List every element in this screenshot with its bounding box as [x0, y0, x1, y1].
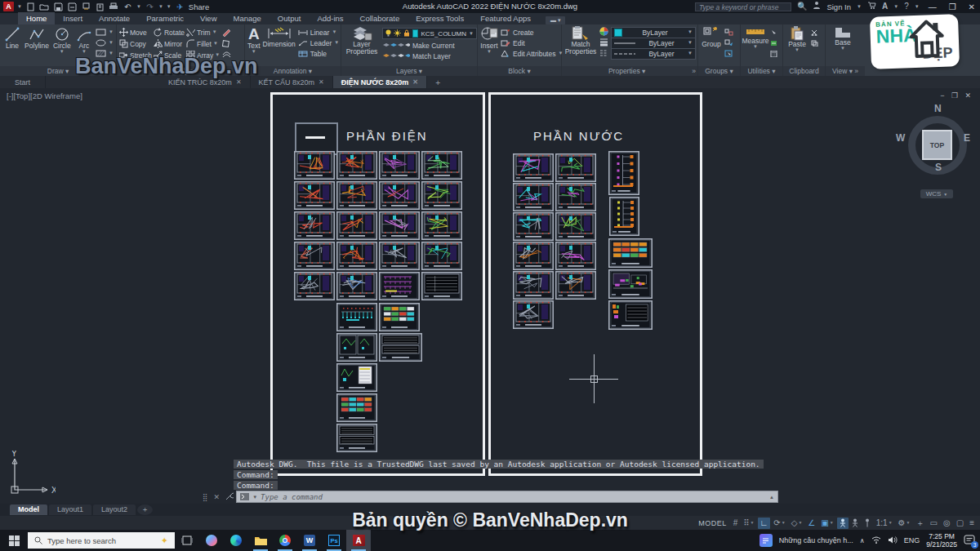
- fillet-tool[interactable]: Fillet▼: [186, 38, 220, 49]
- layer-dropdown-caret-icon[interactable]: ▼: [469, 32, 474, 36]
- tab-layout1[interactable]: Layout1: [49, 504, 91, 515]
- news-widget-text[interactable]: Những câu chuyện h...: [779, 536, 853, 544]
- panel-footer-view[interactable]: View ▾ »: [826, 66, 865, 76]
- panel-footer-groups[interactable]: Groups ▾: [698, 66, 740, 76]
- table-tool[interactable]: Table: [298, 49, 339, 58]
- isodraft-toggle[interactable]: ◇▼: [789, 518, 805, 529]
- ungroup-tool[interactable]: [724, 28, 733, 37]
- command-input[interactable]: ▼ Type a command ▲: [236, 491, 778, 503]
- object-snap-toggle[interactable]: ▣▼: [818, 518, 835, 529]
- circle-caret-icon[interactable]: ▼: [60, 50, 65, 54]
- autodesk-account-icon[interactable]: A: [882, 0, 888, 13]
- share-button[interactable]: Share: [189, 2, 209, 11]
- volume-icon[interactable]: [888, 535, 898, 545]
- photoshop-app-icon[interactable]: Ps: [322, 530, 346, 551]
- panel-footer-draw[interactable]: Draw ▾: [0, 66, 116, 76]
- panel-footer-annotation[interactable]: Annotation ▾: [245, 66, 341, 76]
- undo-icon[interactable]: ↶: [122, 2, 133, 11]
- layer-color-swatch[interactable]: [412, 29, 418, 38]
- color-wheel-icon[interactable]: [599, 27, 608, 38]
- rectangle-tool[interactable]: ▼: [96, 28, 114, 37]
- cut-tool[interactable]: [811, 28, 819, 37]
- signin-caret-icon[interactable]: ▼: [857, 5, 862, 9]
- app-menu-caret-icon[interactable]: ▼: [17, 5, 22, 9]
- autoscale-toggle[interactable]: [849, 518, 861, 529]
- viewcube-top-face[interactable]: TOP: [922, 130, 952, 160]
- clock[interactable]: 7:25 PM9/21/2025: [926, 532, 957, 549]
- tray-expand-icon[interactable]: ∧: [860, 537, 865, 544]
- polar-tracking-toggle[interactable]: ⟳▼: [771, 518, 787, 529]
- viewcube-east[interactable]: E: [964, 132, 970, 144]
- group-select-tool[interactable]: [724, 49, 733, 58]
- ribbon-tab-annotate[interactable]: Annotate: [91, 12, 138, 24]
- open-file-icon[interactable]: [39, 2, 50, 11]
- annotation-visibility-toggle[interactable]: [837, 518, 849, 529]
- make-current-tool[interactable]: Make Current: [382, 41, 477, 50]
- wcs-menu[interactable]: WCS▼: [920, 189, 953, 198]
- close-button[interactable]: ✕: [965, 2, 978, 11]
- panel-footer-modify[interactable]: Modify ▾: [117, 66, 244, 76]
- copy-clip-tool[interactable]: [811, 38, 819, 47]
- linetype-caret-icon[interactable]: ▼: [688, 51, 693, 56]
- base-tool[interactable]: Base▼: [828, 26, 858, 51]
- autocad-app-icon[interactable]: A: [346, 530, 371, 551]
- ribbon-display-toggle[interactable]: ▬ ▾: [546, 16, 565, 24]
- ribbon-tab-express[interactable]: Express Tools: [408, 12, 472, 24]
- ribbon-tab-view[interactable]: View: [192, 12, 225, 24]
- file-tab-ketcau[interactable]: KẾT CẤU 8x20m✕: [251, 76, 333, 88]
- ortho-toggle[interactable]: ∟: [758, 518, 771, 529]
- plot-icon[interactable]: [81, 2, 91, 11]
- sheet-set-icon[interactable]: [95, 2, 105, 11]
- viewport-controls[interactable]: [-][Top][2D Wireframe]: [7, 91, 82, 100]
- annotation-monitor-toggle[interactable]: ＋: [914, 518, 927, 529]
- ellipse-tool[interactable]: ▼: [96, 38, 114, 47]
- word-app-icon[interactable]: W: [297, 530, 322, 551]
- file-explorer-icon[interactable]: [248, 530, 273, 551]
- file-tab-kientruc[interactable]: KIẾN TRÚC 8x20m✕: [160, 76, 251, 88]
- edit-block-tool[interactable]: Edit: [501, 38, 563, 47]
- hatch-tool[interactable]: ▼: [96, 49, 114, 58]
- ribbon-tab-manage[interactable]: Manage: [225, 12, 270, 24]
- ribbon-tab-parametric[interactable]: Parametric: [138, 12, 192, 24]
- offset-tool[interactable]: [221, 50, 231, 60]
- help-search-input[interactable]: Type a keyword or phrase: [695, 2, 791, 11]
- layer-lock-icon[interactable]: [403, 29, 410, 38]
- match-properties-tool[interactable]: Match Properties: [564, 26, 597, 56]
- clean-screen-toggle[interactable]: ▢: [954, 518, 966, 529]
- drawing-canvas[interactable]: [-][Top][2D Wireframe] − ❐ ✕ PHẦN ĐIỆN P…: [0, 88, 980, 504]
- dimension-tool[interactable]: Dimension: [263, 26, 296, 48]
- command-expand-icon[interactable]: ▲: [769, 495, 774, 500]
- sign-in-button[interactable]: Sign In: [826, 2, 851, 11]
- id-point-tool[interactable]: [770, 38, 778, 47]
- wifi-icon[interactable]: [871, 535, 881, 545]
- user-icon[interactable]: [813, 0, 821, 13]
- osnap-tracking-toggle[interactable]: ∠: [805, 518, 817, 529]
- help-caret-icon[interactable]: ▼: [915, 5, 920, 9]
- autocad-menu-icon[interactable]: A: [3, 2, 14, 11]
- minimize-button[interactable]: —: [925, 2, 940, 11]
- save-icon[interactable]: [53, 2, 64, 11]
- news-widget-icon[interactable]: [760, 534, 773, 547]
- copilot-app-icon[interactable]: [199, 530, 224, 551]
- graphics-performance-icon[interactable]: ◎: [941, 518, 953, 529]
- create-block-tool[interactable]: Create: [501, 28, 563, 37]
- file-tab-diennuoc[interactable]: ĐIỆN NƯỚC 8x20m✕: [333, 76, 427, 88]
- text-tool[interactable]: AText▼: [247, 26, 261, 54]
- rotate-tool[interactable]: Rotate: [154, 27, 185, 38]
- panel-footer-properties[interactable]: Properties ▾ »: [562, 66, 697, 76]
- edit-attributes-tool[interactable]: Edit Attributes▼: [501, 49, 563, 58]
- ribbon-tab-addins[interactable]: Add-ins: [309, 12, 351, 24]
- measure-tool[interactable]: Measure▼: [743, 26, 768, 49]
- arc-caret-icon[interactable]: ▼: [82, 50, 87, 54]
- close-tab-icon[interactable]: ✕: [412, 78, 418, 86]
- tab-model[interactable]: Model: [10, 504, 47, 515]
- panel-footer-layers[interactable]: Layers ▾: [341, 66, 477, 76]
- task-view-button[interactable]: [175, 530, 199, 551]
- restore-button[interactable]: ❐: [946, 2, 960, 11]
- panel-footer-block[interactable]: Block ▾: [478, 66, 561, 76]
- object-color-dropdown[interactable]: ByLayer▼: [611, 27, 696, 38]
- customization-wrench-icon[interactable]: [223, 492, 236, 502]
- account-caret-icon[interactable]: ▼: [893, 5, 898, 9]
- match-layer-tool[interactable]: Match Layer: [382, 51, 477, 60]
- model-space-indicator[interactable]: MODEL: [698, 519, 727, 527]
